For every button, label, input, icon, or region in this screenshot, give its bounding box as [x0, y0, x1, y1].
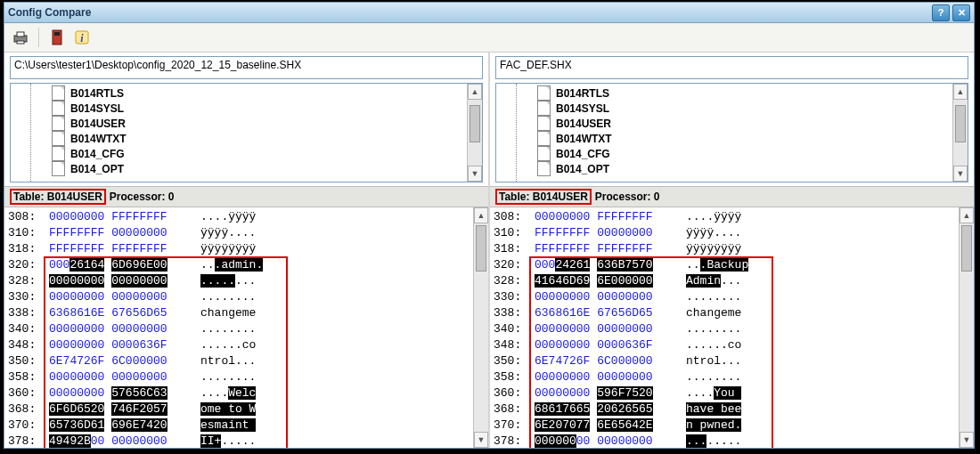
- titlebar: Config Compare ? ✕: [4, 3, 974, 23]
- hex-row: 318:FFFFFFFF FFFFFFFFÿÿÿÿÿÿÿÿ: [494, 241, 960, 257]
- right-hex-scrollbar[interactable]: ▲ ▼: [959, 207, 974, 448]
- hex-row: 310:FFFFFFFF 00000000ÿÿÿÿ....: [8, 225, 474, 241]
- toolbar: i: [4, 23, 974, 53]
- hex-bytes: 41646D69 6E000000: [535, 273, 686, 289]
- hex-ascii: ........: [200, 369, 281, 385]
- hex-bytes: FFFFFFFF FFFFFFFF: [49, 241, 200, 257]
- hex-address: 308:: [8, 209, 49, 225]
- right-pane: FAC_DEF.SHX B014RTLSB014SYSLB014USERB014…: [490, 53, 974, 448]
- hex-address: 328:: [494, 273, 535, 289]
- tree-item[interactable]: B014WTXT: [496, 131, 953, 146]
- hex-bytes: 00026164 6D696E00: [49, 257, 200, 273]
- hex-row: 358:00000000 00000000........: [494, 369, 960, 385]
- compare-panes: C:\Users\tester1\Desktop\config_2020_12_…: [4, 53, 974, 448]
- help-button[interactable]: ?: [932, 4, 950, 21]
- tree-item[interactable]: B014RTLS: [496, 85, 953, 101]
- hex-ascii: esmaint: [200, 418, 281, 434]
- hex-row: 360:00000000 596F7520....You: [494, 385, 960, 401]
- hex-row: 360:00000000 57656C63....Welc: [8, 385, 474, 401]
- tree-item[interactable]: B014_OPT: [11, 161, 468, 176]
- print-icon[interactable]: [10, 27, 31, 48]
- tree-item-label: B014_CFG: [556, 148, 610, 160]
- hex-ascii: II+.....: [200, 434, 281, 448]
- hex-address: 378:: [494, 434, 535, 448]
- hex-bytes: 00000000 00000000: [49, 273, 200, 289]
- hex-row: 368:6F6D6520 746F2057ome to W: [8, 401, 474, 418]
- hex-address: 310:: [494, 225, 535, 241]
- hex-row: 308:00000000 FFFFFFFF....ÿÿÿÿ: [494, 209, 960, 225]
- hex-address: 330:: [8, 289, 49, 305]
- left-table-label: Table: B014USER: [10, 189, 106, 205]
- hex-bytes: 6368616E 67656D65: [535, 305, 686, 321]
- page-icon: [537, 131, 551, 146]
- hex-row: 378:00000000 00000000........: [494, 434, 960, 448]
- toolbar-separator: [38, 28, 39, 47]
- tree-item[interactable]: B014_CFG: [496, 146, 953, 161]
- tree-item-label: B014USER: [70, 118, 126, 130]
- hex-bytes: 65736D61 696E7420: [49, 418, 200, 434]
- right-path-input[interactable]: FAC_DEF.SHX: [495, 56, 968, 79]
- hex-ascii: ....ÿÿÿÿ: [200, 209, 281, 225]
- tree-item[interactable]: B014USER: [496, 116, 953, 131]
- hex-row: 378:49492B00 00000000II+.....: [8, 434, 474, 448]
- tree-item-label: B014WTXT: [70, 133, 127, 145]
- page-icon: [52, 116, 65, 131]
- hex-address: 338:: [494, 305, 535, 321]
- left-hex-header: Table: B014USER Processor: 0: [4, 186, 488, 207]
- right-processor-label: Processor: 0: [595, 191, 660, 203]
- hex-address: 348:: [494, 337, 535, 353]
- hex-bytes: 6E74726F 6C000000: [535, 353, 686, 369]
- hex-ascii: ........: [686, 289, 766, 305]
- hex-bytes: FFFFFFFF FFFFFFFF: [535, 241, 686, 257]
- hex-bytes: FFFFFFFF 00000000: [535, 225, 686, 241]
- hex-address: 328:: [8, 273, 49, 289]
- tree-item-label: B014SYSL: [70, 102, 124, 115]
- hex-bytes: 00000000 00000000: [535, 369, 686, 385]
- page-icon: [537, 101, 551, 116]
- hex-ascii: ...Backup: [686, 257, 766, 273]
- hex-row: 330:00000000 00000000........: [8, 289, 474, 305]
- tree-item[interactable]: B014USER: [11, 116, 468, 131]
- hex-ascii: ........: [686, 434, 766, 448]
- hex-bytes: 00000000 0000636F: [49, 337, 200, 353]
- hex-row: 310:FFFFFFFF 00000000ÿÿÿÿ....: [494, 225, 960, 241]
- tree-item-label: B014RTLS: [70, 87, 124, 100]
- hex-address: 338:: [8, 305, 49, 321]
- left-hex-view: 308:00000000 FFFFFFFF....ÿÿÿÿ310:FFFFFFF…: [4, 207, 488, 448]
- tree-item[interactable]: B014_CFG: [11, 146, 468, 161]
- hex-address: 368:: [8, 401, 49, 418]
- tree-item[interactable]: B014WTXT: [11, 131, 468, 146]
- tree-item[interactable]: B014_OPT: [496, 161, 953, 176]
- hex-bytes: 6E207077 6E65642E: [535, 418, 686, 434]
- hex-row: 308:00000000 FFFFFFFF....ÿÿÿÿ: [8, 209, 474, 225]
- right-hex-header: Table: B014USER Processor: 0: [490, 186, 974, 207]
- tree-item[interactable]: B014SYSL: [11, 101, 468, 116]
- app-window: Config Compare ? ✕ i C:\Users\tester1\De…: [4, 2, 975, 449]
- hex-address: 340:: [494, 321, 535, 337]
- hex-row: 350:6E74726F 6C000000ntrol...: [494, 353, 960, 369]
- hex-row: 370:6E207077 6E65642En pwned.: [494, 418, 960, 434]
- page-icon: [537, 146, 551, 161]
- close-button[interactable]: ✕: [952, 4, 970, 21]
- info-icon[interactable]: i: [71, 27, 93, 48]
- hex-bytes: 00024261 636B7570: [535, 257, 686, 273]
- right-tree-scrollbar[interactable]: ▲ ▼: [952, 84, 968, 182]
- left-tree-scrollbar[interactable]: ▲ ▼: [467, 84, 482, 182]
- hex-ascii: n pwned.: [686, 418, 766, 434]
- hex-address: 368:: [494, 401, 535, 418]
- left-hex-scrollbar[interactable]: ▲ ▼: [473, 207, 488, 448]
- hex-ascii: ........: [686, 321, 766, 337]
- hex-address: 370:: [494, 418, 535, 434]
- hex-bytes: 00000000 00000000: [535, 289, 686, 305]
- right-table-label: Table: B014USER: [495, 189, 592, 205]
- tree-item[interactable]: B014SYSL: [496, 101, 953, 116]
- hex-address: 318:: [494, 241, 535, 257]
- hex-ascii: ÿÿÿÿ....: [200, 225, 281, 241]
- device-icon[interactable]: [46, 27, 68, 48]
- hex-ascii: ......co: [200, 337, 281, 353]
- tree-item[interactable]: B014RTLS: [11, 85, 468, 101]
- hex-row: 320:00024261 636B7570...Backup: [494, 257, 960, 273]
- tree-item-label: B014SYSL: [556, 102, 609, 115]
- hex-ascii: ....ÿÿÿÿ: [686, 209, 766, 225]
- left-path-input[interactable]: C:\Users\tester1\Desktop\config_2020_12_…: [10, 56, 483, 79]
